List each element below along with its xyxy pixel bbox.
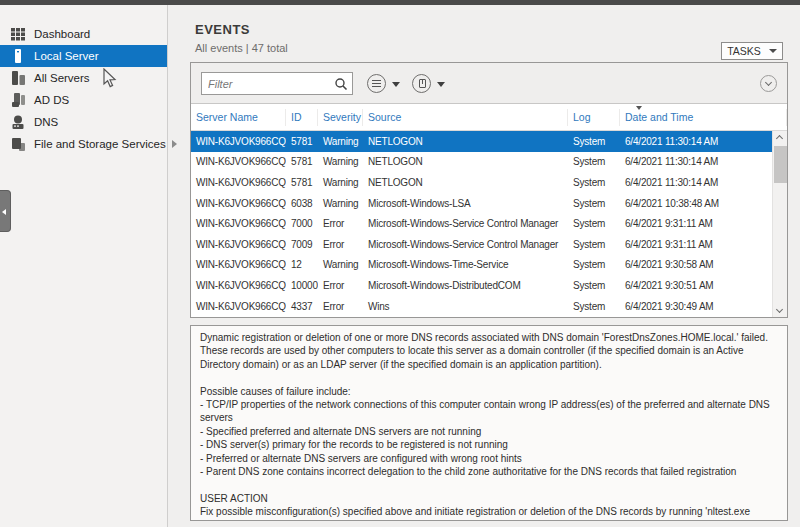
cell-server: WIN-K6JVOK966CQ bbox=[191, 239, 286, 250]
cell-id: 6038 bbox=[286, 198, 318, 209]
ad-ds-icon bbox=[11, 93, 26, 107]
scroll-down-icon[interactable] bbox=[776, 306, 783, 313]
scrollbar-thumb[interactable] bbox=[774, 146, 787, 183]
cell-severity: Warning bbox=[318, 259, 363, 270]
cell-datetime: 6/4/2021 10:38:48 AM bbox=[620, 198, 772, 209]
table-row[interactable]: WIN-K6JVOK966CQ 6038 Warning Microsoft-W… bbox=[191, 193, 772, 214]
sidebar-item-label: Local Server bbox=[34, 50, 99, 62]
column-header-source[interactable]: Source bbox=[363, 109, 568, 126]
sort-indicator-icon bbox=[636, 106, 642, 110]
cell-id: 5781 bbox=[286, 177, 318, 188]
sidebar-nav: Dashboard Local Server All Servers bbox=[0, 23, 167, 155]
cell-log: System bbox=[568, 198, 620, 209]
cell-server: WIN-K6JVOK966CQ bbox=[191, 301, 286, 312]
cell-log: System bbox=[568, 259, 620, 270]
cell-source: Microsoft-Windows-DistributedCOM bbox=[363, 280, 568, 291]
table-row[interactable]: WIN-K6JVOK966CQ 5781 Warning NETLOGON Sy… bbox=[191, 172, 772, 193]
file-storage-icon bbox=[11, 137, 26, 151]
sidebar-item-label: File and Storage Services bbox=[34, 138, 166, 150]
sidebar-item-dashboard[interactable]: Dashboard bbox=[0, 23, 167, 45]
save-query-button[interactable] bbox=[412, 74, 431, 93]
chevron-down-icon bbox=[765, 78, 772, 85]
table-row[interactable]: WIN-K6JVOK966CQ 7009 Error Microsoft-Win… bbox=[191, 234, 772, 255]
sidebar-flyout-handle[interactable] bbox=[0, 190, 11, 232]
cell-id: 10000 bbox=[286, 280, 318, 291]
cell-datetime: 6/4/2021 9:30:51 AM bbox=[620, 280, 772, 291]
collapse-section-button[interactable] bbox=[760, 75, 777, 92]
table-header: Server Name ID Severity Source Log Date … bbox=[191, 104, 787, 131]
table-row[interactable]: WIN-K6JVOK966CQ 5781 Warning NETLOGON Sy… bbox=[191, 152, 772, 173]
cell-severity: Warning bbox=[318, 156, 363, 167]
dashboard-icon bbox=[11, 27, 26, 41]
table-row[interactable]: WIN-K6JVOK966CQ 4337 Error Wins System 6… bbox=[191, 296, 772, 317]
cell-datetime: 6/4/2021 11:30:14 AM bbox=[620, 177, 772, 188]
cell-severity: Warning bbox=[318, 198, 363, 209]
column-header-log[interactable]: Log bbox=[568, 109, 620, 126]
column-header-id[interactable]: ID bbox=[286, 109, 318, 126]
all-servers-icon bbox=[11, 71, 26, 85]
table-row[interactable]: WIN-K6JVOK966CQ 10000 Error Microsoft-Wi… bbox=[191, 275, 772, 296]
events-table-container: Server Name ID Severity Source Log Date … bbox=[190, 62, 788, 318]
events-toolbar bbox=[191, 63, 787, 104]
cell-log: System bbox=[568, 301, 620, 312]
sidebar-item-label: All Servers bbox=[34, 72, 90, 84]
save-query-dropdown-icon[interactable] bbox=[437, 82, 445, 87]
sidebar-item-local-server[interactable]: Local Server bbox=[0, 45, 167, 67]
event-description: Dynamic registration or deletion of one … bbox=[190, 325, 788, 521]
cell-log: System bbox=[568, 239, 620, 250]
dns-icon bbox=[11, 115, 26, 129]
cell-server: WIN-K6JVOK966CQ bbox=[191, 136, 286, 147]
cell-severity: Error bbox=[318, 218, 363, 229]
cell-id: 7009 bbox=[286, 239, 318, 250]
cell-datetime: 6/4/2021 9:31:11 AM bbox=[620, 218, 772, 229]
table-row[interactable]: WIN-K6JVOK966CQ 5781 Warning NETLOGON Sy… bbox=[191, 131, 772, 152]
tasks-button-label: TASKS bbox=[727, 45, 761, 57]
cell-server: WIN-K6JVOK966CQ bbox=[191, 280, 286, 291]
cell-server: WIN-K6JVOK966CQ bbox=[191, 259, 286, 270]
page-title: EVENTS bbox=[195, 22, 250, 37]
cell-server: WIN-K6JVOK966CQ bbox=[191, 198, 286, 209]
cell-datetime: 6/4/2021 11:30:14 AM bbox=[620, 156, 772, 167]
cell-datetime: 6/4/2021 9:30:58 AM bbox=[620, 259, 772, 270]
cell-log: System bbox=[568, 280, 620, 291]
local-server-icon bbox=[11, 49, 26, 63]
column-header-date-time[interactable]: Date and Time bbox=[620, 109, 787, 126]
cell-id: 4337 bbox=[286, 301, 318, 312]
table-row[interactable]: WIN-K6JVOK966CQ 12 Warning Microsoft-Win… bbox=[191, 255, 772, 276]
filter-field-wrap bbox=[201, 72, 353, 95]
table-row[interactable]: WIN-K6JVOK966CQ 7000 Error Microsoft-Win… bbox=[191, 213, 772, 234]
scroll-up-icon[interactable] bbox=[776, 135, 783, 142]
cell-severity: Warning bbox=[318, 136, 363, 147]
cell-log: System bbox=[568, 136, 620, 147]
cell-id: 7000 bbox=[286, 218, 318, 229]
tasks-button[interactable]: TASKS bbox=[721, 42, 783, 60]
sidebar-item-file-storage-services[interactable]: File and Storage Services bbox=[0, 133, 167, 155]
sidebar: Dashboard Local Server All Servers bbox=[0, 5, 168, 527]
sidebar-item-all-servers[interactable]: All Servers bbox=[0, 67, 167, 89]
cell-source: NETLOGON bbox=[363, 136, 568, 147]
cell-severity: Error bbox=[318, 280, 363, 291]
sidebar-item-label: DNS bbox=[34, 116, 58, 128]
cell-server: WIN-K6JVOK966CQ bbox=[191, 177, 286, 188]
sidebar-item-dns[interactable]: DNS bbox=[0, 111, 167, 133]
cell-server: WIN-K6JVOK966CQ bbox=[191, 218, 286, 229]
sidebar-item-ad-ds[interactable]: AD DS bbox=[0, 89, 167, 111]
cell-datetime: 6/4/2021 9:31:11 AM bbox=[620, 239, 772, 250]
cell-source: NETLOGON bbox=[363, 177, 568, 188]
filter-input[interactable] bbox=[202, 73, 352, 94]
cell-source: Wins bbox=[363, 301, 568, 312]
table-body: WIN-K6JVOK966CQ 5781 Warning NETLOGON Sy… bbox=[191, 131, 772, 317]
table-scrollbar[interactable] bbox=[772, 131, 787, 317]
list-icon bbox=[372, 80, 381, 89]
query-criteria-button[interactable] bbox=[367, 74, 386, 93]
cell-log: System bbox=[568, 177, 620, 188]
column-header-server-name[interactable]: Server Name bbox=[191, 109, 286, 126]
cell-source: NETLOGON bbox=[363, 156, 568, 167]
query-criteria-dropdown-icon[interactable] bbox=[392, 82, 400, 87]
save-icon bbox=[419, 79, 426, 88]
cell-id: 5781 bbox=[286, 156, 318, 167]
cell-log: System bbox=[568, 156, 620, 167]
column-header-severity[interactable]: Severity bbox=[318, 109, 363, 126]
tasks-dropdown-icon bbox=[769, 49, 777, 53]
events-count-summary: All events | 47 total bbox=[195, 42, 288, 54]
